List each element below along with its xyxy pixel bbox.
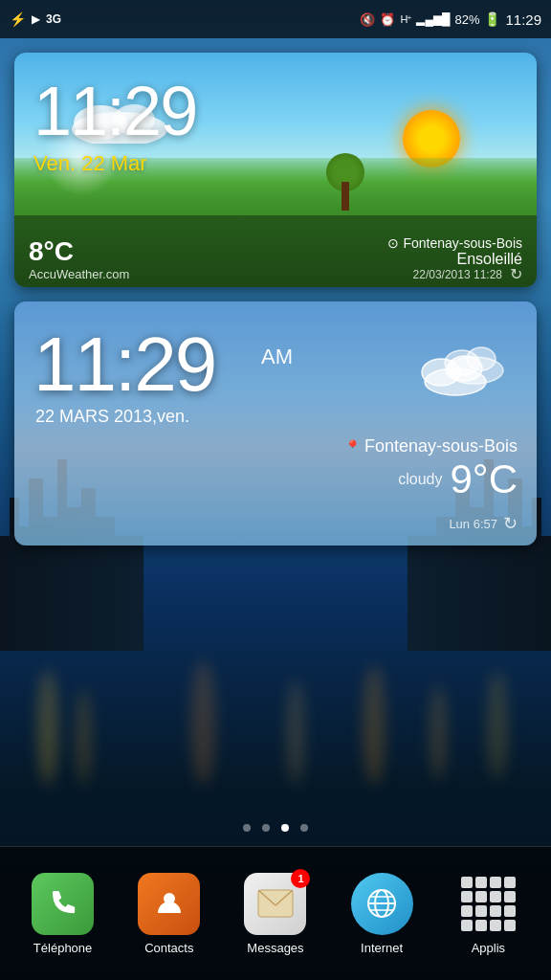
mute-icon: 🔇 [360, 12, 375, 27]
accu-time: 11:29 [33, 72, 196, 150]
dock-item-applis[interactable]: Applis [440, 873, 536, 955]
page-dot-1[interactable] [243, 824, 251, 832]
telephone-label: Téléphone [33, 941, 92, 955]
messages-badge: 1 [291, 869, 310, 888]
accu-footer: AccuWeather.com 22/03/2013 11:28 ↻ [14, 265, 537, 283]
messages-app-icon[interactable]: 1 [244, 873, 306, 935]
telephone-app-icon[interactable] [32, 873, 94, 935]
dock-item-internet[interactable]: Internet [334, 873, 430, 955]
internet-label: Internet [361, 941, 403, 955]
clock-date: 22 MARS 2013,ven. [35, 407, 189, 427]
internet-app-icon[interactable] [351, 873, 413, 935]
applis-icon-wrapper [457, 873, 519, 935]
clock-location: Fontenay-sous-Bois [364, 436, 518, 457]
clock-temperature: 9°C [451, 457, 518, 502]
accu-city: Fontenay-sous-Bois [403, 235, 522, 251]
signal-bars-icon: ▂▄▆█ [416, 12, 450, 26]
accu-location-info: ⊙ Fontenay-sous-Bois Ensoleillé [387, 235, 522, 268]
page-dot-2[interactable] [262, 824, 270, 832]
clock-condition: cloudy [398, 471, 442, 488]
internet-icon-wrapper [351, 873, 413, 935]
accu-refresh-icon[interactable]: ↻ [510, 265, 522, 283]
play-icon: ▶ [32, 12, 40, 26]
clock-ampm: AM [261, 345, 293, 369]
accu-brand: AccuWeather.com [29, 267, 129, 281]
contacts-label: Contacts [144, 941, 193, 955]
messages-icon-wrapper: 1 [244, 873, 306, 935]
contacts-app-icon[interactable] [138, 873, 200, 935]
water-reflections [0, 651, 551, 842]
tree-decoration [326, 153, 364, 211]
accu-updated-time: 22/03/2013 11:28 [413, 268, 502, 281]
svg-point-8 [448, 356, 482, 381]
page-dot-3[interactable] [281, 824, 289, 832]
telephone-icon-wrapper [32, 873, 94, 935]
time-display: 11:29 [505, 11, 541, 28]
status-left-icons: ⚡ ▶ 3G [10, 11, 61, 27]
clock-weather-widget[interactable]: 11:29 AM 22 MARS 2013,ven. 📍 Fontenay-so… [14, 301, 537, 546]
3g-label: 3G [46, 12, 61, 26]
accu-temperature: 8°C [29, 236, 74, 267]
applis-label: Applis [472, 941, 505, 955]
clock-updated-time: Lun 6:57 [449, 517, 497, 531]
signal-boost-icon: H⁺ [400, 13, 411, 26]
apps-grid-icon [453, 869, 523, 939]
page-indicators [0, 824, 551, 832]
page-dot-4[interactable] [300, 824, 308, 832]
dock-item-contacts[interactable]: Contacts [121, 873, 217, 955]
messages-label: Messages [247, 941, 303, 955]
cloudy-icon [412, 330, 508, 401]
clock-refresh-icon[interactable]: ↻ [503, 513, 518, 534]
status-right-icons: 🔇 ⏰ H⁺ ▂▄▆█ 82% 🔋 11:29 [360, 11, 541, 28]
accu-date: Ven. 22 Mar [33, 151, 147, 176]
battery-icon: 🔋 [484, 11, 500, 27]
dock-item-messages[interactable]: 1 Messages [228, 873, 323, 955]
usb-icon: ⚡ [10, 11, 26, 27]
location-pin-icon: ⊙ [387, 235, 399, 251]
clock-time: 11:29 [33, 321, 215, 409]
applis-app-icon[interactable] [457, 873, 519, 935]
contacts-icon-wrapper [138, 873, 200, 935]
clock-updated: Lun 6:57 ↻ [449, 513, 518, 534]
status-bar: ⚡ ▶ 3G 🔇 ⏰ H⁺ ▂▄▆█ 82% 🔋 11:29 [0, 0, 551, 38]
location-pin-icon-2: 📍 [344, 439, 361, 455]
app-dock: Téléphone Contacts 1 Messag [0, 846, 551, 980]
accu-weather-widget[interactable]: 11:29 Ven. 22 Mar 8°C ⊙ Fontenay-sous-Bo… [14, 53, 537, 287]
battery-label: 82% [454, 12, 479, 27]
dock-item-telephone[interactable]: Téléphone [15, 873, 111, 955]
accu-temp-display: 8°C [29, 236, 74, 267]
clock-weather-info: 📍 Fontenay-sous-Bois cloudy 9°C [344, 436, 518, 502]
alarm-icon: ⏰ [380, 12, 395, 27]
